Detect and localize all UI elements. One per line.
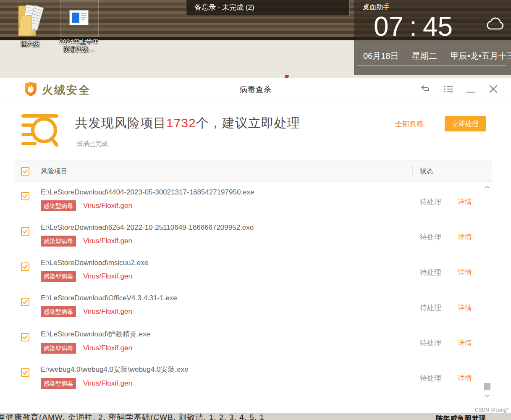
lunar-date: 甲辰•龙•五月十三 (451, 51, 511, 60)
risk-item: E:\LeStoreDownload\4404-2023-05-30021317… (41, 188, 254, 211)
row-checkbox[interactable] (21, 333, 29, 341)
risk-path: E:\LeStoreDownload\6254-2022-10-25110649… (41, 223, 254, 232)
virus-type-badge: 感染型病毒 (41, 343, 76, 354)
back-button[interactable] (420, 84, 431, 94)
table-row: E:\LeStoreDownload\4404-2023-05-30021317… (15, 182, 492, 217)
scan-result-icon (20, 112, 60, 152)
folder-icon (16, 3, 45, 39)
virus-type-badge: 感染型病毒 (41, 271, 76, 282)
risk-path: E:\LeStoreDownload\护眼精灵.exe (41, 329, 150, 339)
row-checkbox[interactable] (21, 227, 29, 236)
detail-link[interactable]: 详情 (458, 303, 472, 312)
clock-minute: 45 (423, 11, 453, 42)
risk-item: E:\LeStoreDownload\6254-2022-10-25110649… (41, 223, 254, 247)
virus-type-badge: 感染型病毒 (41, 378, 76, 389)
date: 06月18日 (363, 51, 399, 60)
risk-item: E:\LeStoreDownload\msicuu2.exe 感染型病毒 Vir… (41, 259, 148, 282)
table-row: E:\webug4.0\webug4.0安装\webug4.0安装.exe 感染… (15, 358, 492, 394)
bottom-left-text: 理健康教育(AMW, 金润柱, 2, 密码学基础(CWB, 刘敬洁, 1, 2,… (0, 412, 265, 420)
virus-name: Virus/Floxif.gen (83, 344, 132, 352)
menu-list-button[interactable] (443, 84, 454, 94)
csdn-watermark: CSDN @cong* (475, 407, 508, 413)
title-bar: 火绒安全 病毒查杀 (0, 78, 511, 100)
table-row: E:\LeStoreDownload\6254-2022-10-25110649… (15, 217, 492, 252)
column-header-status: 状态 (420, 167, 433, 176)
row-checkbox[interactable] (21, 368, 29, 377)
risk-count: 1732 (166, 116, 196, 130)
table-header: 风险项目 状态 (15, 160, 492, 182)
ignore-all-button[interactable]: 全部忽略 (395, 119, 424, 129)
status-label: 待处理 (420, 232, 441, 242)
table-row: E:\LeStoreDownload\OfficeV4.3.4.31-1.exe… (15, 288, 492, 323)
status-label: 待处理 (420, 197, 441, 207)
table-row: E:\LeStoreDownload\护眼精灵.exe 感染型病毒 Virus/… (15, 323, 492, 358)
clock-hour: 07 (374, 11, 404, 42)
risk-path: E:\webug4.0\webug4.0安装\webug4.0安装.exe (41, 365, 189, 374)
bottom-right-text: 陈年咸鱼圆梦现 (436, 414, 486, 420)
risk-path: E:\LeStoreDownload\msicuu2.exe (41, 259, 148, 267)
document-icon (69, 10, 89, 25)
virus-name: Virus/Floxif.gen (83, 379, 132, 388)
scan-summary-title: 共发现风险项目1732个，建议立即处理 (75, 115, 300, 132)
risk-list: E:\LeStoreDownload\4404-2023-05-30021317… (15, 182, 492, 394)
detail-link[interactable]: 详情 (458, 197, 472, 207)
virus-type-badge: 感染型病毒 (41, 236, 76, 247)
select-all-checkbox[interactable] (21, 167, 29, 176)
desktop-icon-label: 四六级 (10, 40, 50, 48)
risk-item: E:\webug4.0\webug4.0安装\webug4.0安装.exe 感染… (41, 365, 189, 389)
row-checkbox[interactable] (21, 298, 29, 306)
row-checkbox[interactable] (21, 262, 29, 271)
column-header-risk-item: 风险项目 (41, 167, 68, 176)
assistant-title: 桌面助手 (363, 3, 390, 12)
desktop-wallpaper: 四六级 2024年上半年英语四级… 备忘录 - 未完成 (2) 桌面助手 07:… (0, 0, 511, 78)
risk-sub: 感染型病毒 Virus/Floxif.gen (41, 378, 189, 389)
row-checkbox[interactable] (21, 192, 29, 200)
virus-type-badge: 感染型病毒 (41, 306, 76, 317)
table-row: E:\LeStoreDownload\msicuu2.exe 感染型病毒 Vir… (15, 252, 492, 288)
status-label: 待处理 (420, 338, 441, 348)
risk-path: E:\LeStoreDownload\4404-2023-05-30021317… (41, 188, 254, 197)
desktop-bottom-strip: 理健康教育(AMW, 金润柱, 2, 密码学基础(CWB, 刘敬洁, 1, 2,… (0, 413, 511, 420)
virus-name: Virus/Floxif.gen (83, 237, 132, 245)
clock-colon: : (409, 11, 417, 42)
scrollbar-thumb[interactable] (484, 383, 490, 390)
risk-item: E:\LeStoreDownload\OfficeV4.3.4.31-1.exe… (41, 294, 177, 317)
date-line: 06月18日 星期二 甲辰•龙•五月十三 (363, 50, 511, 62)
detail-link[interactable]: 详情 (458, 268, 472, 277)
page-title: 病毒查杀 (0, 84, 511, 95)
risk-path: E:\LeStoreDownload\OfficeV4.3.4.31-1.exe (41, 294, 177, 302)
weekday: 星期二 (412, 51, 437, 60)
scroll-up-arrow[interactable] (484, 184, 490, 191)
column-divider (491, 165, 491, 177)
risk-sub: 感染型病毒 Virus/Floxif.gen (41, 236, 254, 247)
virus-type-badge: 感染型病毒 (41, 200, 76, 211)
scroll-down-arrow[interactable] (484, 392, 490, 399)
risk-sub: 感染型病毒 Virus/Floxif.gen (41, 200, 254, 211)
assistant-divider (357, 65, 506, 66)
memo-widget[interactable]: 备忘录 - 未完成 (2) (186, 0, 350, 16)
clock: 07:45 (361, 11, 466, 42)
weather-cloud-icon[interactable] (485, 17, 504, 33)
close-button[interactable] (488, 84, 499, 94)
risk-sub: 感染型病毒 Virus/Floxif.gen (41, 271, 148, 282)
memo-title: 备忘录 - 未完成 (2) (194, 3, 254, 11)
handle-now-button[interactable]: 立即处理 (445, 116, 486, 131)
detail-link[interactable]: 详情 (458, 373, 472, 383)
desktop-icon-folder[interactable]: 四六级 (16, 3, 45, 40)
detail-link[interactable]: 详情 (458, 338, 472, 348)
status-label: 待处理 (420, 373, 441, 383)
risk-item: E:\LeStoreDownload\护眼精灵.exe 感染型病毒 Virus/… (41, 329, 150, 354)
summary-prefix: 共发现风险项目 (75, 116, 166, 130)
minimize-button[interactable] (465, 84, 476, 94)
column-divider (412, 165, 413, 177)
detail-link[interactable]: 详情 (458, 232, 472, 242)
huorong-window: 火绒安全 病毒查杀 (0, 78, 511, 413)
summary-suffix: 个，建议立即处理 (196, 116, 300, 130)
status-label: 待处理 (420, 268, 441, 277)
desktop-icon-document[interactable]: 2024年上半年英语四级… (69, 10, 89, 27)
risk-sub: 感染型病毒 Virus/Floxif.gen (41, 306, 177, 317)
desktop-icon-label: 2024年上半年英语四级… (57, 37, 101, 53)
virus-name: Virus/Floxif.gen (83, 272, 132, 281)
assistant-widget[interactable]: 桌面助手 07:45 06月18日 星期二 甲辰•龙•五月十三 (354, 0, 511, 75)
scan-status-text: 扫描已完成 (76, 140, 108, 148)
